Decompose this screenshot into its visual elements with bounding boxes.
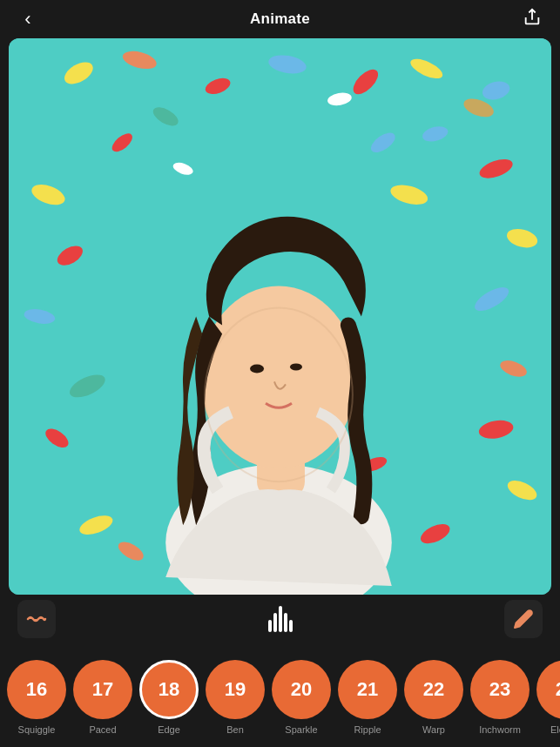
squiggle-button[interactable] <box>17 600 56 638</box>
share-button[interactable] <box>518 8 546 31</box>
filter-item[interactable]: 23Inchworm <box>470 660 530 735</box>
filter-item[interactable]: 19Ben <box>206 660 265 735</box>
pencil-button[interactable] <box>504 600 543 638</box>
filter-circle: 23 <box>470 660 530 719</box>
filter-label: Squiggle <box>18 724 56 735</box>
filter-item[interactable]: 18Edge <box>139 660 199 735</box>
svg-point-36 <box>250 364 264 373</box>
play-button[interactable] <box>268 606 293 632</box>
filter-label: Warp <box>422 724 445 735</box>
filter-circle: 21 <box>338 660 397 719</box>
filter-label: Paced <box>89 724 116 735</box>
toolbar <box>0 595 560 643</box>
filter-circle: 20 <box>272 660 331 719</box>
filter-item[interactable]: 22Warp <box>404 660 463 735</box>
audio-bars-icon <box>268 606 293 632</box>
filter-item[interactable]: 17Paced <box>73 660 132 735</box>
filter-item[interactable]: 21Ripple <box>338 660 397 735</box>
filter-label: Inchworm <box>479 724 521 735</box>
svg-point-37 <box>290 363 302 370</box>
filter-circle: 18 <box>139 660 199 719</box>
filter-bar: 16Squiggle17Paced18Edge19Ben20Sparkle21R… <box>0 647 560 747</box>
filter-label: Edge <box>158 724 180 735</box>
filter-label: Electric <box>550 724 560 735</box>
header: ‹ Animate <box>0 0 560 38</box>
filter-item[interactable]: 24Electric <box>536 660 560 735</box>
filter-label: Ben <box>226 724 244 735</box>
back-button[interactable]: ‹ <box>14 8 42 30</box>
filter-label: Sparkle <box>285 724 317 735</box>
filter-circle: 17 <box>73 660 132 719</box>
filter-circle: 24 <box>536 660 560 719</box>
filter-item[interactable]: 20Sparkle <box>272 660 331 735</box>
filter-circle: 22 <box>404 660 463 719</box>
svg-point-35 <box>200 286 357 469</box>
filter-item[interactable]: 16Squiggle <box>7 660 66 735</box>
page-title: Animate <box>250 10 310 28</box>
filter-label: Ripple <box>354 724 381 735</box>
canvas-area <box>9 38 551 595</box>
filter-circle: 16 <box>7 660 66 719</box>
filter-circle: 19 <box>206 660 265 719</box>
